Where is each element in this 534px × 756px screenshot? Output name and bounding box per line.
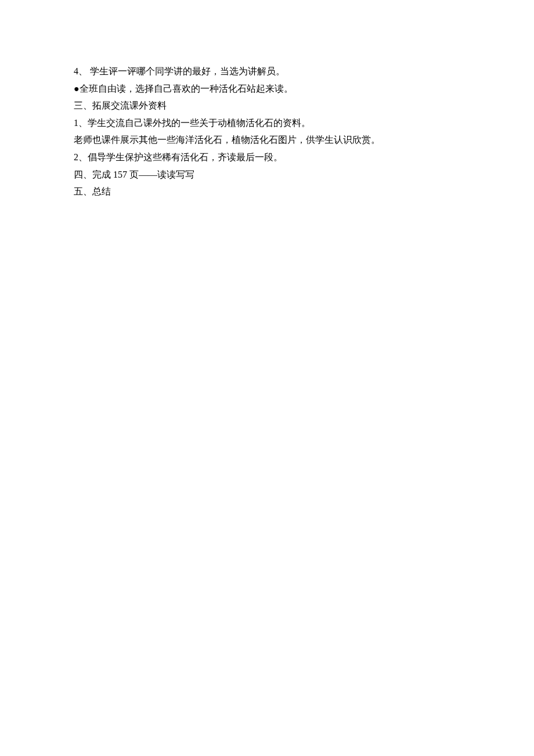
text-line-6: 2、倡导学生保护这些稀有活化石，齐读最后一段。 <box>74 149 470 166</box>
text-line-2: ●全班自由读，选择自己喜欢的一种活化石站起来读。 <box>74 80 470 98</box>
text-line-7: 四、完成 157 页——读读写写 <box>74 166 470 183</box>
document-content: 4、 学生评一评哪个同学讲的最好，当选为讲解员。 ●全班自由读，选择自己喜欢的一… <box>74 63 470 200</box>
text-line-3: 三、拓展交流课外资料 <box>74 97 470 114</box>
text-line-4: 1、学生交流自己课外找的一些关于动植物活化石的资料。 <box>74 114 470 132</box>
text-line-1: 4、 学生评一评哪个同学讲的最好，当选为讲解员。 <box>74 63 470 80</box>
text-line-8: 五、总结 <box>74 183 470 200</box>
text-line-5: 老师也课件展示其他一些海洋活化石，植物活化石图片，供学生认识欣赏。 <box>74 131 470 149</box>
